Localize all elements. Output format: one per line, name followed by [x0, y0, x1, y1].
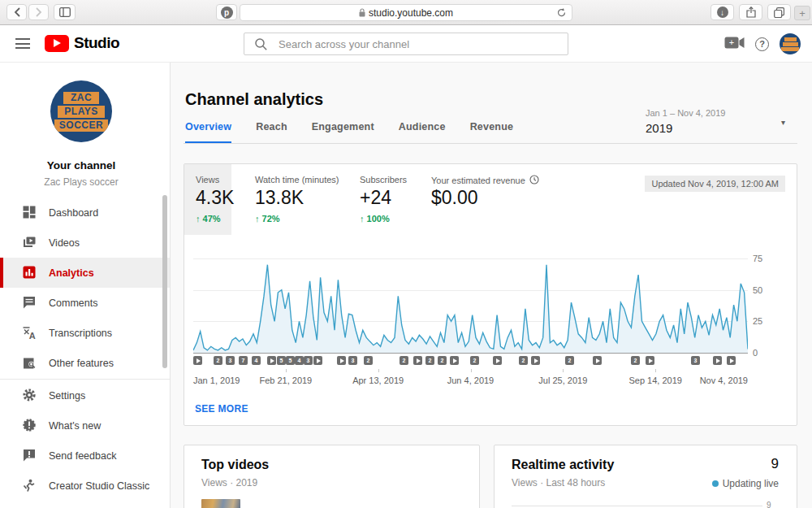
search-input[interactable] — [244, 33, 568, 55]
video-upload-group-marker[interactable]: 2 — [519, 356, 528, 365]
tab-overview-button[interactable] — [767, 4, 791, 20]
video-upload-marker[interactable] — [450, 356, 459, 365]
tab-reach[interactable]: Reach — [256, 121, 287, 144]
browser-back-button[interactable] — [6, 4, 27, 20]
video-upload-group-marker[interactable]: 3 — [226, 356, 235, 365]
svg-text:A: A — [29, 331, 36, 341]
video-upload-marker[interactable] — [193, 356, 202, 365]
play-icon — [197, 358, 201, 363]
browser-sidebar-toggle-button[interactable] — [54, 4, 76, 20]
realtime-axis-label: 9 — [767, 501, 771, 508]
y-axis-label: 25 — [753, 316, 779, 326]
lock-icon — [359, 8, 365, 17]
video-upload-marker[interactable] — [727, 356, 736, 365]
menu-hamburger-icon[interactable] — [15, 38, 30, 49]
video-upload-group-marker[interactable]: 2 — [364, 356, 373, 365]
video-upload-group-marker[interactable]: 5 — [286, 356, 295, 365]
x-axis-label: Jan 1, 2019 — [193, 376, 240, 385]
account-avatar[interactable] — [780, 33, 801, 54]
play-icon — [417, 358, 421, 363]
url-bar[interactable]: studio.youtube.com — [240, 4, 572, 21]
see-more-link[interactable]: SEE MORE — [195, 403, 248, 415]
metric-views[interactable]: Views4.3K↑ 47% — [184, 164, 231, 235]
tab-engagement[interactable]: Engagement — [312, 121, 374, 144]
video-upload-marker[interactable] — [337, 356, 346, 365]
youtube-studio-logo[interactable]: Studio — [45, 34, 119, 52]
video-upload-group-marker[interactable]: 2 — [470, 356, 479, 365]
chevron-left-icon — [14, 7, 20, 17]
live-dot-icon — [712, 480, 719, 487]
video-upload-group-marker[interactable]: 3 — [304, 356, 313, 365]
sidebar-item-videos[interactable]: Videos — [0, 228, 170, 258]
date-range-picker[interactable]: Jan 1 – Nov 4, 2019 2019 — [646, 108, 725, 135]
video-upload-marker[interactable] — [531, 356, 540, 365]
studio-header: Studio + ? — [0, 25, 812, 63]
new-tab-button[interactable]: + — [794, 6, 810, 20]
sidebar-item-creator-studio-classic[interactable]: Creator Studio Classic — [0, 471, 170, 501]
tab-revenue[interactable]: Revenue — [470, 121, 514, 144]
share-button[interactable] — [739, 4, 762, 20]
videos-icon — [22, 235, 37, 250]
video-upload-group-marker[interactable]: 4 — [252, 356, 261, 365]
tab-audience[interactable]: Audience — [399, 121, 446, 144]
downloads-button[interactable]: ↓ — [710, 4, 734, 20]
video-upload-marker[interactable] — [313, 356, 322, 365]
video-upload-marker[interactable] — [413, 356, 422, 365]
reload-icon[interactable] — [557, 7, 566, 20]
x-axis-baseline — [193, 353, 748, 354]
metric-subscribers[interactable]: Subscribers+24↑ 100% — [360, 164, 425, 235]
help-button[interactable]: ? — [755, 37, 769, 51]
sidebar-item-analytics[interactable]: Analytics — [0, 258, 170, 288]
header-actions: + ? — [724, 25, 801, 63]
realtime-activity-card: Realtime activity 9 Views · Last 48 hour… — [494, 445, 797, 508]
video-thumbnail[interactable] — [201, 499, 240, 508]
views-line-chart[interactable] — [193, 245, 748, 353]
clock-icon — [529, 175, 539, 186]
video-upload-group-marker[interactable]: 2 — [438, 356, 447, 365]
video-upload-marker[interactable] — [267, 356, 276, 365]
sidebar-scrollbar[interactable] — [162, 195, 167, 368]
chevron-down-icon[interactable]: ▾ — [781, 118, 785, 127]
x-axis-tick — [378, 369, 379, 372]
video-upload-group-marker[interactable]: 4 — [295, 356, 304, 365]
play-icon — [716, 358, 720, 363]
video-upload-group-marker[interactable]: 2 — [425, 356, 434, 365]
sidebar-item-dashboard[interactable]: Dashboard — [0, 198, 170, 228]
create-video-button[interactable]: + — [724, 36, 745, 53]
video-upload-group-marker[interactable]: 2 — [214, 356, 222, 365]
sidebar-item-send-feedback[interactable]: Send feedback — [0, 441, 170, 471]
metric-delta: ↑ 72% — [255, 214, 280, 224]
browser-extension-button[interactable]: p — [216, 4, 237, 20]
send-feedback-icon — [22, 448, 37, 462]
video-upload-group-marker[interactable]: 2 — [631, 356, 640, 365]
play-icon — [496, 358, 500, 363]
tab-overview[interactable]: Overview — [185, 121, 231, 144]
video-upload-marker[interactable] — [646, 356, 654, 365]
video-upload-marker[interactable] — [593, 356, 602, 365]
browser-forward-button[interactable] — [28, 4, 49, 20]
sidebar-item-what-s-new[interactable]: What's new — [0, 410, 170, 441]
sidebar-item-settings[interactable]: Settings — [0, 380, 170, 410]
video-upload-marker[interactable] — [713, 356, 722, 365]
video-upload-group-marker[interactable]: 3 — [691, 356, 700, 365]
video-upload-group-marker[interactable]: 5 — [277, 356, 286, 365]
sidebar-item-other-features[interactable]: Other features — [0, 348, 170, 378]
y-axis-label: 0 — [753, 348, 779, 358]
video-upload-group-marker[interactable]: 2 — [400, 356, 408, 365]
sidebar-item-label: Other features — [49, 358, 114, 369]
x-axis-label: Jun 4, 2019 — [447, 376, 495, 385]
sidebar-item-comments[interactable]: Comments — [0, 288, 170, 318]
metric-your-estimated-revenue[interactable]: Your estimated revenue$0.00 — [431, 164, 561, 235]
video-upload-group-marker[interactable]: 7 — [239, 356, 248, 365]
sidebar-item-label: Dashboard — [49, 207, 98, 219]
metric-value: +24 — [360, 187, 391, 209]
play-icon — [317, 358, 321, 363]
video-upload-group-marker[interactable]: 2 — [565, 356, 574, 365]
video-upload-marker[interactable] — [493, 356, 502, 365]
sidebar-item-transcriptions[interactable]: ATranscriptions — [0, 318, 170, 348]
metric-watch-time-minutes[interactable]: Watch time (minutes)13.8K↑ 72% — [255, 164, 352, 235]
channel-avatar[interactable]: ZACPLAYSSOCCER — [50, 80, 112, 142]
settings-icon — [22, 388, 37, 402]
video-upload-group-marker[interactable]: 3 — [348, 356, 357, 365]
create-video-icon: + — [724, 36, 745, 50]
